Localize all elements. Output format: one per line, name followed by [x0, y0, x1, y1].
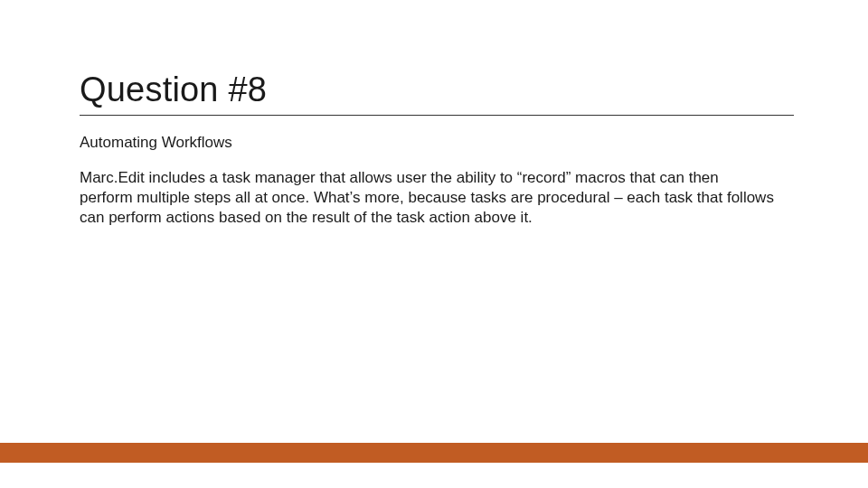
slide: Question #8 Automating Workflows Marc.Ed…	[0, 0, 868, 488]
slide-title: Question #8	[80, 70, 794, 116]
content-area: Question #8 Automating Workflows Marc.Ed…	[80, 70, 794, 227]
slide-body: Marc.Edit includes a task manager that a…	[80, 168, 776, 227]
accent-bar	[0, 443, 868, 463]
slide-subtitle: Automating Workflows	[80, 134, 794, 152]
